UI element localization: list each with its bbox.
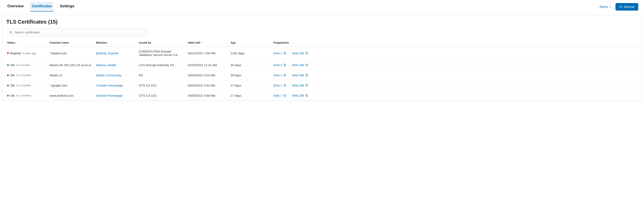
copy-icon	[305, 74, 308, 77]
status-age: for 2 months	[16, 84, 31, 87]
sha1-copy[interactable]: SHA 1	[273, 51, 286, 55]
copy-icon	[305, 84, 308, 87]
sort-asc-icon: ↑	[202, 41, 203, 44]
copy-icon	[283, 52, 286, 55]
col-header-monitors[interactable]: Monitors	[94, 39, 136, 46]
sha1-copy[interactable]: SHA 1	[273, 94, 286, 97]
table-row: Expired6 years ago*.badssl.comBadSSL Exp…	[2, 46, 642, 60]
alerts-label: Alerts	[600, 5, 608, 9]
table-row: OKfor 2 monthswww.android.comAndroid Hom…	[2, 91, 642, 101]
sha256-copy[interactable]: SHA 256	[292, 51, 308, 55]
cell-valid-until: 02/25/2021 11:21 AM	[185, 60, 228, 70]
col-header-issued-by[interactable]: Issued by	[136, 39, 185, 46]
status-label: OK	[10, 94, 15, 97]
svg-point-0	[10, 31, 12, 33]
status-dot	[7, 64, 9, 66]
svg-rect-3	[284, 64, 286, 66]
chevron-down-icon	[609, 6, 612, 8]
svg-rect-8	[306, 85, 308, 86]
search-box[interactable]	[6, 28, 147, 36]
cell-common-name: *.badssl.com	[47, 46, 94, 60]
cell-valid-until: 03/04/2021 4:02 AM	[185, 70, 228, 80]
status-label: OK	[10, 84, 15, 87]
cell-age: 27 days	[228, 80, 271, 91]
table-row: OKfor 2 months*.google.comYoutube Homepa…	[2, 80, 642, 91]
col-header-valid-until[interactable]: Valid until ↑	[185, 39, 228, 46]
sha1-copy[interactable]: SHA 1	[273, 63, 286, 67]
copy-icon	[283, 84, 286, 87]
col-header-common-name[interactable]: Common name	[47, 39, 94, 46]
svg-rect-5	[284, 75, 286, 76]
col-header-age[interactable]: Age	[228, 39, 271, 46]
col-header-fingerprints[interactable]: Fingerprints	[271, 39, 642, 46]
cell-issued-by: GTS CA 1O1	[136, 91, 185, 101]
svg-rect-9	[284, 95, 286, 97]
monitor-link[interactable]: BadSSL Expired	[96, 51, 118, 55]
cell-issued-by: R3	[136, 70, 185, 80]
status-dot	[7, 95, 9, 96]
alerts-dropdown[interactable]: Alerts	[600, 5, 612, 9]
tab-overview[interactable]: Overview	[6, 2, 25, 11]
cell-age: 2105 days	[228, 46, 271, 60]
cell-common-name: *.google.com	[47, 80, 94, 91]
svg-rect-4	[306, 64, 308, 66]
tab-settings[interactable]: Settings	[58, 2, 76, 11]
copy-icon	[305, 94, 308, 97]
status-dot	[7, 74, 9, 76]
copy-icon	[305, 52, 308, 55]
sha256-copy[interactable]: SHA 256	[292, 63, 308, 67]
sha256-copy[interactable]: SHA 256	[292, 84, 308, 87]
tab-certificates[interactable]: Certificates	[30, 2, 54, 11]
cell-valid-until: 03/09/2021 9:48 AM	[185, 91, 228, 101]
cell-issued-by: COMODO RSA Domain Validation Secure Serv…	[136, 46, 185, 60]
cell-age: 45 days	[228, 60, 271, 70]
certificates-table: Status ↑ Common name Monitors Issued by …	[2, 39, 642, 101]
tabs: Overview Certificates Settings	[6, 2, 76, 11]
monitor-link[interactable]: Kibana_Health	[96, 63, 116, 67]
status-age: for 2 months	[16, 74, 31, 77]
refresh-icon	[619, 5, 622, 8]
refresh-button[interactable]: Refresh	[616, 3, 638, 10]
table-row: OKfor 2 monthselastic.coElastic Communit…	[2, 70, 642, 80]
svg-rect-6	[306, 75, 308, 76]
sha1-copy[interactable]: SHA 1	[273, 73, 286, 77]
panel-title: TLS Certificates (15)	[2, 19, 642, 28]
monitor-link[interactable]: Elastic Community	[96, 73, 121, 77]
svg-rect-1	[284, 52, 286, 54]
cell-common-name: elastic.co	[47, 70, 94, 80]
sha256-copy[interactable]: SHA 256	[292, 73, 308, 77]
status-label: OK	[10, 63, 15, 67]
sha256-copy[interactable]: SHA 256	[292, 94, 308, 97]
copy-icon	[283, 94, 286, 97]
svg-rect-7	[284, 85, 286, 86]
cell-valid-until: 03/09/2021 9:42 AM	[185, 80, 228, 91]
col-header-status[interactable]: Status ↑	[2, 39, 47, 46]
copy-icon	[283, 74, 286, 77]
cell-common-name: kibana.35.205.226.121.ip.es.io	[47, 60, 94, 70]
copy-icon	[305, 63, 308, 67]
status-age: 6 years ago	[22, 52, 36, 55]
sort-asc-icon: ↑	[17, 41, 18, 44]
certificates-panel: TLS Certificates (15) Status ↑ Common na…	[2, 15, 642, 101]
status-dot	[7, 85, 9, 86]
sha1-copy[interactable]: SHA 1	[273, 84, 286, 87]
svg-rect-10	[306, 95, 308, 97]
status-label: Expired	[10, 51, 21, 55]
cell-issued-by: Let's Encrypt Authority X3	[136, 60, 185, 70]
monitor-link[interactable]: Android Homepage	[96, 94, 122, 97]
status-age: for 2 months	[16, 94, 31, 97]
search-input[interactable]	[14, 30, 144, 34]
table-row: OKfor a monthkibana.35.205.226.121.ip.es…	[2, 60, 642, 70]
cell-age: 27 days	[228, 91, 271, 101]
cell-age: 39 days	[228, 70, 271, 80]
status-dot	[7, 52, 9, 54]
svg-rect-2	[306, 52, 308, 54]
status-age: for a month	[16, 63, 30, 67]
copy-icon	[283, 63, 286, 67]
cell-common-name: www.android.com	[47, 91, 94, 101]
refresh-label: Refresh	[624, 5, 635, 8]
cell-issued-by: GTS CA 1O1	[136, 80, 185, 91]
status-label: OK	[10, 73, 15, 77]
search-icon	[9, 31, 12, 34]
monitor-link[interactable]: Youtube Homepage	[96, 84, 123, 87]
